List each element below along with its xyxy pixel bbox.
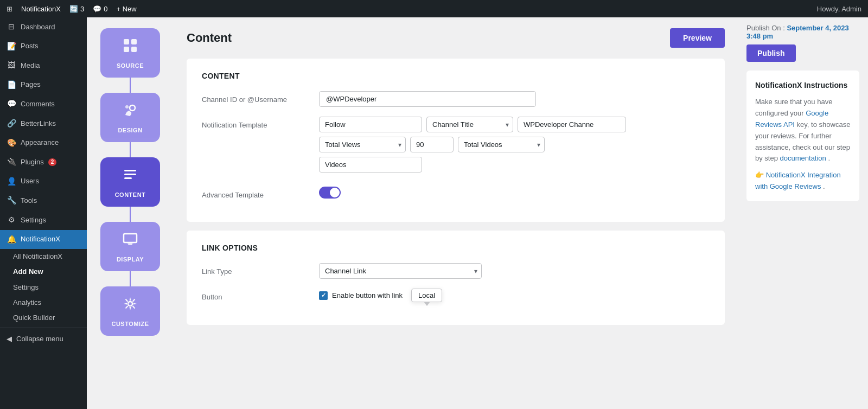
design-icon — [122, 101, 139, 123]
instructions-body: Make sure that you have configured your … — [755, 97, 851, 164]
collapse-menu[interactable]: ◀ Collapse menu — [0, 330, 87, 347]
link-type-label: Link Type — [202, 263, 310, 276]
admin-bar: ⊞ NotificationX 🔄 3 💬 0 + New Howdy, Adm… — [0, 0, 868, 17]
sidebar-item-pages[interactable]: 📄 Pages — [0, 75, 87, 95]
users-icon: 👤 — [7, 176, 16, 187]
link-type-wrap: Channel Link — [319, 263, 482, 279]
sidebar-item-allnx[interactable]: All NotificationX — [7, 249, 87, 264]
link-type-row: Link Type Channel Link — [202, 263, 710, 279]
content-area: Content Preview CONTENT Channel ID or @U… — [174, 17, 738, 409]
source-icon — [122, 37, 139, 58]
svg-rect-3 — [131, 47, 137, 52]
enable-button-row: Enable button with link Local — [319, 289, 710, 302]
notification-template-label: Notification Template — [202, 117, 310, 129]
button-row: Button Enable button with link Local — [202, 289, 710, 302]
svg-rect-11 — [127, 242, 133, 244]
media-icon: 🖼 — [7, 60, 16, 71]
sidebar-item-notificationx[interactable]: 🔔 NotificationX — [0, 230, 87, 250]
plugins-icon: 🔌 — [7, 157, 16, 168]
sidebar-item-addnew[interactable]: Add New — [7, 264, 87, 279]
sidebar-item-appearance[interactable]: 🎨 Appearance — [0, 133, 87, 153]
preview-button[interactable]: Preview — [670, 28, 725, 48]
template-row-3 — [319, 157, 710, 172]
content-section-title: CONTENT — [202, 72, 710, 80]
design-label: DESIGN — [118, 127, 142, 133]
videos-input[interactable] — [319, 157, 422, 172]
settings-icon: ⚙ — [7, 215, 16, 226]
views-number-input[interactable] — [410, 137, 454, 152]
total-views-select[interactable]: Total Views — [319, 137, 406, 152]
step-display[interactable]: DISPLAY — [100, 222, 160, 271]
advanced-template-label: Advanced Template — [202, 187, 310, 199]
sidebar-item-settings2[interactable]: Settings — [7, 280, 87, 295]
sidebar-item-betterlinks[interactable]: 🔗 BetterLinks — [0, 114, 87, 133]
advanced-template-toggle[interactable] — [319, 187, 341, 199]
content-label: CONTENT — [115, 191, 146, 198]
right-sidebar: Publish On : September 4, 2023 3:48 pm P… — [738, 17, 868, 409]
customize-icon — [122, 295, 139, 316]
site-name[interactable]: NotificationX — [21, 5, 61, 13]
channel-title-wrap: Channel Title — [426, 117, 513, 132]
sidebar-item-users[interactable]: 👤 Users — [0, 172, 87, 191]
sidebar-item-quickbuilder[interactable]: Quick Builder — [7, 310, 87, 325]
tools-icon: 🔧 — [7, 195, 16, 206]
svg-rect-10 — [128, 244, 132, 245]
notificationx-link[interactable]: NotificationX — [766, 171, 806, 179]
link-options-section: LINK OPTIONS Link Type Channel Link Butt… — [187, 231, 725, 325]
pages-icon: 📄 — [7, 80, 16, 91]
channel-title-text[interactable] — [518, 117, 626, 132]
sidebar-item-posts[interactable]: 📝 Posts — [0, 37, 87, 56]
page-title: Content — [187, 31, 232, 45]
customize-label: CUSTOMIZE — [111, 321, 149, 327]
svg-rect-1 — [131, 39, 137, 44]
appearance-icon: 🎨 — [7, 138, 16, 149]
sidebar-item-analytics[interactable]: Analytics — [7, 295, 87, 310]
svg-rect-7 — [124, 174, 136, 175]
sidebar-item-settings[interactable]: ⚙ Settings — [0, 210, 87, 230]
total-views-wrap: Total Views — [319, 137, 406, 152]
total-videos-select[interactable]: Total Videos — [458, 137, 545, 152]
svg-rect-6 — [124, 170, 136, 171]
channel-id-control — [319, 91, 710, 107]
channel-id-input[interactable] — [319, 91, 536, 107]
follow-input[interactable] — [319, 117, 422, 132]
new-item[interactable]: + New — [116, 5, 136, 13]
local-tooltip: Local — [411, 289, 442, 302]
step-design[interactable]: DESIGN — [100, 93, 160, 142]
total-videos-wrap: Total Videos — [458, 137, 545, 152]
publish-section: Publish On : September 4, 2023 3:48 pm P… — [746, 17, 859, 62]
step-source[interactable]: SOURCE — [100, 28, 160, 78]
enable-button-checkbox[interactable] — [319, 291, 328, 300]
channel-title-select[interactable]: Channel Title — [426, 117, 513, 132]
comments-count[interactable]: 💬 0 — [93, 5, 107, 13]
collapse-icon: ◀ — [7, 335, 12, 343]
updates-count[interactable]: 🔄 3 — [69, 5, 84, 13]
step-customize[interactable]: CUSTOMIZE — [100, 286, 160, 336]
documentation-link[interactable]: documentation — [780, 154, 826, 162]
svg-point-5 — [125, 105, 129, 108]
sidebar-item-tools[interactable]: 🔧 Tools — [0, 191, 87, 210]
sidebar-item-plugins[interactable]: 🔌 Plugins 2 — [0, 152, 87, 172]
step-content[interactable]: CONTENT — [100, 157, 160, 207]
display-icon — [122, 231, 139, 252]
sidebar-item-comments[interactable]: 💬 Comments — [0, 94, 87, 114]
connector-1 — [130, 78, 131, 93]
plugins-badge: 2 — [48, 158, 57, 166]
template-row-2: Total Views Total Videos — [319, 137, 710, 152]
channel-id-label: Channel ID or @Username — [202, 91, 310, 104]
template-row-1: Channel Title — [319, 117, 710, 132]
channel-id-row: Channel ID or @Username — [202, 91, 710, 107]
connector-3 — [130, 207, 131, 222]
content-header: Content Preview — [187, 28, 725, 48]
publish-button[interactable]: Publish — [746, 44, 796, 62]
emoji-icon: 👉 — [755, 171, 764, 179]
svg-rect-9 — [124, 234, 137, 242]
sidebar-item-dashboard[interactable]: ⊟ Dashboard — [0, 17, 87, 37]
link-type-select[interactable]: Channel Link — [319, 263, 482, 279]
instructions-title: NotificationX Instructions — [755, 79, 851, 91]
template-control: Channel Title Total Views — [319, 117, 710, 177]
link-options-title: LINK OPTIONS — [202, 244, 710, 252]
sidebar-item-media[interactable]: 🖼 Media — [0, 56, 87, 75]
instructions-card: NotificationX Instructions Make sure tha… — [746, 71, 859, 201]
svg-rect-2 — [124, 47, 129, 52]
